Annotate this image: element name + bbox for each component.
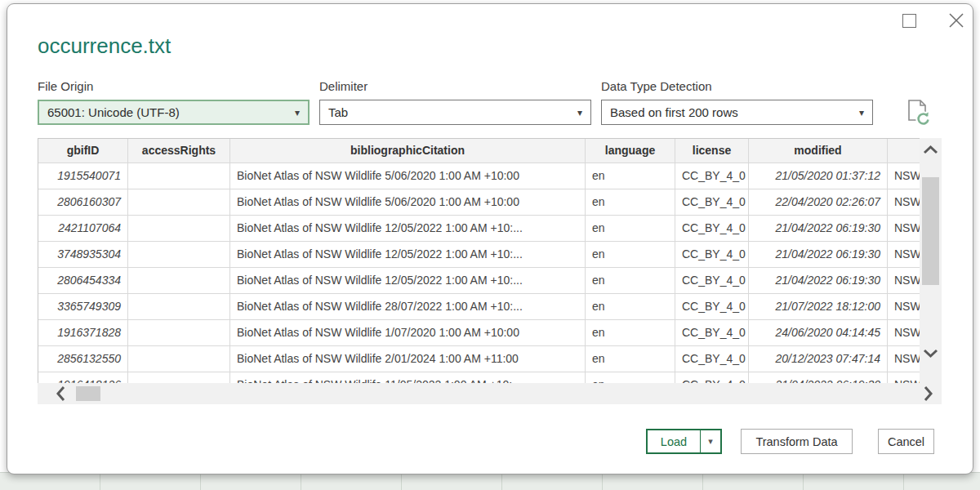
table-cell: [128, 346, 230, 372]
table-cell: en: [586, 268, 675, 294]
table-cell: 3365749309: [38, 294, 128, 320]
close-icon: [947, 11, 966, 30]
table-cell: CC_BY_4_0: [675, 163, 749, 189]
transform-data-button[interactable]: Transform Data: [741, 429, 853, 454]
table-cell: [128, 242, 230, 268]
close-button[interactable]: [947, 11, 966, 30]
header-cell: [888, 139, 920, 163]
scroll-right-icon[interactable]: [922, 385, 933, 403]
chevron-down-icon: ▾: [577, 107, 582, 118]
table-row: 2806160307BioNet Atlas of NSW Wildlife 5…: [38, 189, 920, 216]
header-cell: accessRights: [128, 139, 230, 163]
chevron-down-icon: ▾: [295, 107, 300, 118]
table-cell: en: [586, 189, 675, 216]
file-origin-dropdown[interactable]: 65001: Unicode (UTF-8) ▾: [38, 100, 310, 125]
table-cell: BioNet Atlas of NSW Wildlife 1/07/2020 1…: [230, 320, 586, 346]
table-row: 1915540071BioNet Atlas of NSW Wildlife 5…: [38, 163, 920, 189]
table-cell: 2856132550: [38, 346, 128, 372]
table-cell: 21/07/2022 18:12:00: [749, 294, 888, 320]
table-cell: 21/04/2022 06:19:30: [749, 216, 888, 242]
table-cell: NSW: [888, 163, 920, 189]
file-origin-label: File Origin: [38, 79, 93, 93]
table-cell: [128, 294, 230, 320]
table-cell: en: [586, 320, 675, 346]
refresh-preview-icon[interactable]: [901, 96, 933, 128]
table-cell: CC_BY_4_0: [675, 320, 749, 346]
preview-table: gbifIDaccessRightsbibliographicCitationl…: [38, 138, 920, 385]
table-cell: 2806454334: [38, 268, 128, 294]
table-row: 3748935304BioNet Atlas of NSW Wildlife 1…: [38, 242, 920, 268]
header-cell: license: [675, 139, 749, 163]
table-cell: BioNet Atlas of NSW Wildlife 28/07/2022 …: [230, 294, 586, 320]
table-cell: BioNet Atlas of NSW Wildlife 2/01/2024 1…: [230, 346, 586, 372]
scroll-up-icon[interactable]: [922, 145, 939, 156]
table-cell: NSW: [888, 268, 920, 294]
table-cell: NSW: [888, 294, 920, 320]
table-cell: NSW: [888, 320, 920, 346]
maximize-button[interactable]: [902, 14, 916, 28]
table-cell: 22/04/2020 02:26:07: [749, 189, 888, 216]
table-cell: [128, 189, 230, 216]
table-cell: en: [586, 216, 675, 242]
load-button[interactable]: Load: [648, 430, 700, 452]
table-cell: 2421107064: [38, 216, 128, 242]
table-cell: CC_BY_4_0: [675, 242, 749, 268]
data-type-detection-label: Data Type Detection: [601, 79, 712, 93]
table-cell: CC_BY_4_0: [675, 268, 749, 294]
header-row: gbifIDaccessRightsbibliographicCitationl…: [38, 139, 920, 163]
vertical-scroll-thumb[interactable]: [922, 177, 939, 285]
table-cell: NSW: [888, 242, 920, 268]
delimiter-label: Delimiter: [319, 79, 368, 93]
transform-data-label: Transform Data: [755, 435, 837, 448]
delimiter-dropdown[interactable]: Tab ▾: [319, 100, 591, 125]
header-cell: bibliographicCitation: [230, 139, 586, 163]
cancel-label: Cancel: [888, 435, 924, 448]
table-cell: NSW: [888, 346, 920, 372]
table-cell: 1915540071: [38, 163, 128, 189]
table-cell: [128, 268, 230, 294]
table-cell: BioNet Atlas of NSW Wildlife 12/05/2022 …: [230, 242, 586, 268]
table-cell: [128, 216, 230, 242]
table-cell: CC_BY_4_0: [675, 216, 749, 242]
excel-grid-strip: [0, 472, 980, 490]
table-row: 1916371828BioNet Atlas of NSW Wildlife 1…: [38, 320, 920, 346]
dialog-title: occurrence.txt: [38, 33, 171, 59]
table-cell: 20/12/2023 07:47:14: [749, 346, 888, 372]
table-cell: CC_BY_4_0: [675, 346, 749, 372]
table-cell: en: [586, 346, 675, 372]
data-type-detection-dropdown[interactable]: Based on first 200 rows ▾: [601, 100, 873, 125]
table-cell: 21/05/2020 01:37:12: [749, 163, 888, 189]
table-cell: en: [586, 294, 675, 320]
table-row: 2806454334BioNet Atlas of NSW Wildlife 1…: [38, 268, 920, 294]
table-cell: en: [586, 163, 675, 189]
cancel-button[interactable]: Cancel: [878, 429, 934, 454]
table-cell: BioNet Atlas of NSW Wildlife 5/06/2020 1…: [230, 163, 586, 189]
scroll-down-icon[interactable]: [922, 347, 939, 359]
file-origin-value: 65001: Unicode (UTF-8): [47, 105, 180, 119]
load-button-label: Load: [661, 435, 687, 448]
table-cell: BioNet Atlas of NSW Wildlife 12/05/2022 …: [230, 216, 586, 242]
table-cell: CC_BY_4_0: [675, 294, 749, 320]
horizontal-scroll-thumb[interactable]: [76, 386, 100, 401]
table-cell: BioNet Atlas of NSW Wildlife 12/05/2022 …: [230, 268, 586, 294]
table-cell: 21/04/2022 06:19:30: [749, 242, 888, 268]
table-row: 2856132550BioNet Atlas of NSW Wildlife 2…: [38, 346, 920, 372]
vertical-scrollbar[interactable]: [920, 138, 942, 383]
table-cell: CC_BY_4_0: [675, 189, 749, 216]
header-cell: gbifID: [38, 139, 128, 163]
load-options-button[interactable]: ▾: [700, 430, 720, 452]
table-cell: 1916371828: [38, 320, 128, 346]
delimiter-value: Tab: [328, 105, 348, 119]
text-import-dialog: occurrence.txt File Origin Delimiter Dat…: [7, 3, 973, 474]
table-cell: 24/06/2020 04:14:45: [749, 320, 888, 346]
horizontal-scrollbar[interactable]: [38, 383, 942, 404]
scroll-left-icon[interactable]: [56, 385, 67, 403]
table-cell: BioNet Atlas of NSW Wildlife 5/06/2020 1…: [230, 189, 586, 216]
header-cell: modified: [749, 139, 888, 163]
table-cell: en: [586, 242, 675, 268]
table-cell: [128, 320, 230, 346]
load-split-button: Load ▾: [646, 429, 722, 454]
table-cell: 3748935304: [38, 242, 128, 268]
chevron-down-icon: ▾: [708, 436, 713, 447]
data-type-detection-value: Based on first 200 rows: [610, 105, 738, 119]
